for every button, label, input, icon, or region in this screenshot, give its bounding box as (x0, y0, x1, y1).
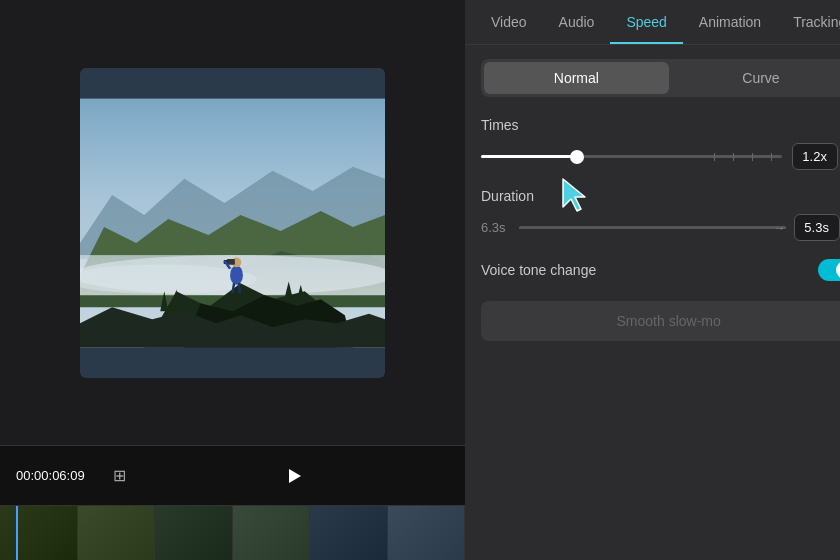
svg-marker-21 (289, 469, 301, 483)
timeline-bar: 00:00:06:09 ⊞ (0, 445, 465, 505)
tick-3 (752, 153, 753, 161)
times-slider-track[interactable] (481, 155, 782, 158)
filmstrip-frame (155, 506, 233, 560)
duration-arrow-icon: → (774, 221, 786, 235)
tab-speed[interactable]: Speed (610, 0, 682, 44)
left-panel: 00:00:06:09 ⊞ (0, 0, 465, 560)
duration-row: 6.3s → 5.3s › (481, 214, 840, 241)
tick-2 (733, 153, 734, 161)
filmstrip-frame (78, 506, 156, 560)
video-thumbnail (80, 68, 385, 378)
timeline-indicator (16, 506, 18, 560)
tab-tracking[interactable]: Tracking (777, 0, 840, 44)
tabs-bar: Video Audio Speed Animation Tracking (465, 0, 840, 45)
filmstrip-frame (388, 506, 466, 560)
voice-tone-row: Voice tone change (481, 259, 840, 281)
duration-track[interactable]: → (519, 226, 786, 229)
duration-line (519, 227, 786, 229)
tab-audio[interactable]: Audio (543, 0, 611, 44)
times-label: Times (481, 117, 840, 133)
duration-label: Duration (481, 188, 840, 204)
svg-line-16 (239, 283, 240, 293)
play-button[interactable] (278, 460, 310, 492)
voice-tone-label: Voice tone change (481, 262, 596, 278)
duration-section: Duration 6.3s → 5.3s › (481, 188, 840, 241)
times-value: 1.2x (792, 143, 838, 170)
smooth-slowmo-button[interactable]: Smooth slow-mo (481, 301, 840, 341)
duration-original: 6.3s (481, 220, 511, 235)
tab-video[interactable]: Video (475, 0, 543, 44)
times-slider-thumb[interactable] (570, 150, 584, 164)
times-slider-fill (481, 155, 577, 158)
filmstrip-frame (233, 506, 311, 560)
svg-point-10 (230, 265, 243, 284)
tab-animation[interactable]: Animation (683, 0, 777, 44)
filmstrip-frames (0, 506, 465, 560)
tick-4 (771, 153, 772, 161)
sub-tabs: Normal Curve (481, 59, 840, 97)
filmstrip-frame (310, 506, 388, 560)
sub-tab-normal[interactable]: Normal (484, 62, 669, 94)
grid-icon[interactable]: ⊞ (113, 466, 126, 485)
sub-tab-curve[interactable]: Curve (669, 62, 840, 94)
duration-value: 5.3s (794, 214, 840, 241)
tick-1 (714, 153, 715, 161)
video-preview-area (0, 0, 465, 445)
svg-line-15 (233, 283, 235, 293)
content-area: Times 1.2x › Duration 6.3s (465, 107, 840, 560)
filmstrip-frame (0, 506, 78, 560)
timecode: 00:00:06:09 (16, 468, 101, 483)
times-row: 1.2x › (481, 143, 840, 170)
filmstrip (0, 505, 465, 560)
voice-tone-toggle[interactable] (818, 259, 840, 281)
toggle-knob (836, 261, 840, 279)
right-panel: Video Audio Speed Animation Tracking Nor… (465, 0, 840, 560)
